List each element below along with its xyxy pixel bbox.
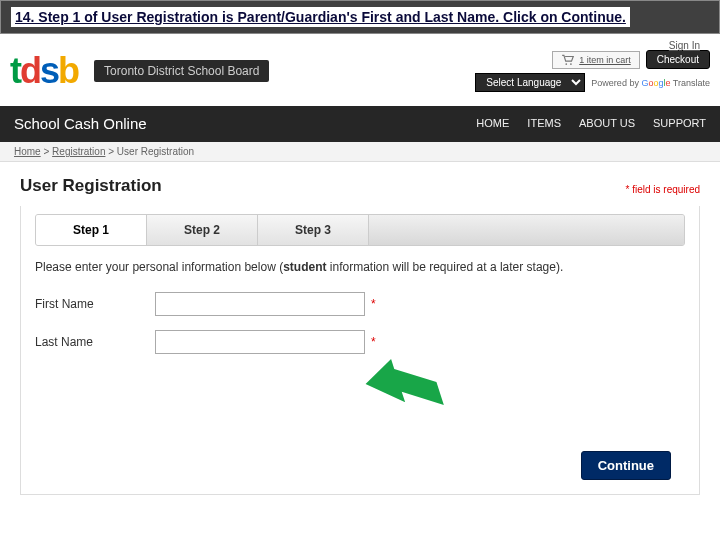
- instruction-text: 14. Step 1 of User Registration is Paren…: [11, 7, 630, 27]
- form-panel: Step 1 Step 2 Step 3 Please enter your p…: [20, 206, 700, 495]
- language-select[interactable]: Select Language: [475, 73, 585, 92]
- logo-letter-s: s: [40, 50, 58, 92]
- logo-letter-d: d: [20, 50, 40, 92]
- cart-text: 1 item in cart: [579, 55, 631, 65]
- required-note: * field is required: [626, 184, 700, 195]
- continue-button[interactable]: Continue: [581, 451, 671, 480]
- arrow-annotation-icon: [361, 352, 451, 432]
- svg-point-1: [570, 63, 572, 65]
- nav-support[interactable]: SUPPORT: [653, 117, 706, 129]
- nav-about[interactable]: ABOUT US: [579, 117, 635, 129]
- page-title: User Registration: [20, 176, 162, 196]
- crumb-current: User Registration: [117, 146, 194, 157]
- cart-icon: [561, 54, 575, 66]
- app-title: School Cash Online: [14, 115, 476, 132]
- tab-step-1[interactable]: Step 1: [36, 215, 147, 245]
- breadcrumb: Home > Registration > User Registration: [0, 142, 720, 162]
- crumb-home[interactable]: Home: [14, 146, 41, 157]
- last-name-input[interactable]: [155, 330, 365, 354]
- first-name-input[interactable]: [155, 292, 365, 316]
- logo-letter-t: t: [10, 50, 20, 92]
- signin-link[interactable]: Sign In: [669, 40, 700, 51]
- steps-bar: Step 1 Step 2 Step 3: [35, 214, 685, 246]
- nav-items[interactable]: ITEMS: [527, 117, 561, 129]
- tab-step-2[interactable]: Step 2: [147, 215, 258, 245]
- cart-box[interactable]: 1 item in cart: [552, 51, 640, 69]
- instruction-bar: 14. Step 1 of User Registration is Paren…: [0, 0, 720, 34]
- nav-home[interactable]: HOME: [476, 117, 509, 129]
- translate-credit: Powered by Google Translate: [591, 78, 710, 88]
- header-top: Sign In t d s b Toronto District School …: [0, 34, 720, 104]
- required-asterisk: *: [371, 335, 376, 349]
- svg-point-0: [566, 63, 568, 65]
- last-name-label: Last Name: [35, 335, 155, 349]
- first-name-label: First Name: [35, 297, 155, 311]
- logo-letter-b: b: [58, 50, 78, 92]
- svg-marker-2: [361, 352, 444, 426]
- required-asterisk: *: [371, 297, 376, 311]
- form-note: Please enter your personal information b…: [35, 260, 685, 274]
- tdsb-logo: t d s b: [10, 50, 78, 92]
- nav-bar: School Cash Online HOME ITEMS ABOUT US S…: [0, 104, 720, 142]
- tab-step-3[interactable]: Step 3: [258, 215, 369, 245]
- checkout-button[interactable]: Checkout: [646, 50, 710, 69]
- board-name: Toronto District School Board: [94, 60, 269, 82]
- crumb-registration[interactable]: Registration: [52, 146, 105, 157]
